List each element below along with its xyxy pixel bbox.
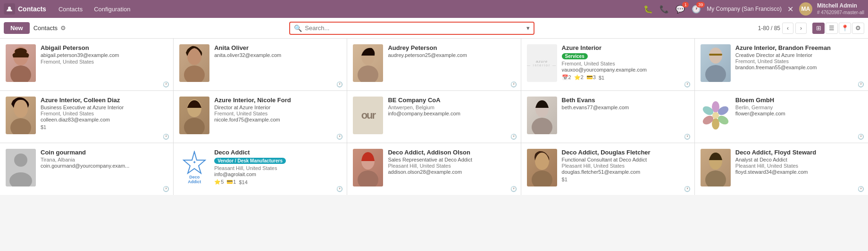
nav-contacts[interactable]: Contacts: [54, 4, 87, 15]
clock-icon[interactable]: 🕐: [684, 134, 691, 140]
card-info: BE Company CoA Antwerpen, Belgium info@c…: [388, 97, 515, 137]
card-actions: 🕐: [163, 186, 169, 192]
gear-icon[interactable]: ⚙: [60, 24, 66, 32]
brand[interactable]: Contacts: [4, 3, 46, 15]
clock-icon[interactable]: 🕐: [510, 186, 517, 192]
company-name[interactable]: My Company (San Francisco): [707, 6, 782, 12]
list-view-button[interactable]: ☰: [826, 23, 838, 34]
svg-point-6: [358, 65, 378, 82]
card-avatar: [353, 44, 383, 82]
contact-card[interactable]: our BE Company CoA Antwerpen, Belgium in…: [347, 91, 520, 143]
kanban-view-button[interactable]: ⊞: [812, 23, 825, 34]
contact-card[interactable]: Anita Oliver anita.oliver32@example.com …: [174, 39, 347, 90]
svg-point-11: [10, 118, 31, 134]
contact-subtitle: Analyst at Deco Addict: [735, 157, 862, 162]
card-avatar: [701, 97, 731, 134]
card-avatar: [179, 97, 209, 134]
chat-badge: 1: [682, 2, 689, 8]
close-icon[interactable]: ✕: [786, 4, 794, 15]
clock-icon[interactable]: 🕐: [336, 81, 343, 88]
contact-card[interactable]: ✦ DecoAddict Deco Addict Vendor / Desk M…: [174, 143, 347, 195]
card-info: Bloem GmbH Berlin, Germany flower@exampl…: [735, 97, 862, 137]
contact-card[interactable]: Abigail Peterson abigail.peterson39@exam…: [0, 39, 173, 90]
card-info: Audrey Peterson audrey.peterson25@exampl…: [388, 44, 515, 85]
card-info: Azure Interior Services Fremont, United …: [562, 44, 689, 85]
pagination: 1-80 / 85 ‹ › ⊞ ☰ 📍 ⚙: [758, 23, 864, 34]
clock-icon[interactable]: 🕐: [858, 186, 864, 192]
card-meta: $1: [562, 177, 689, 182]
clock-icon[interactable]: 🕐: [858, 134, 864, 140]
navbar: Contacts Contacts Configuration 🐛 📞 💬1 🕐…: [0, 0, 868, 18]
card-info: Coin gourmand Tirana, Albania coin.gourm…: [41, 149, 167, 189]
username: Mitchell Admin: [817, 2, 864, 10]
contact-card[interactable]: Azure Interior, Colleen Diaz Business Ex…: [0, 91, 173, 143]
search-input[interactable]: [305, 24, 524, 32]
clock-icon[interactable]: 🕐: [163, 186, 169, 192]
clock-icon[interactable]: 🕐: [163, 81, 169, 88]
user-id: # 47620987-master-all: [817, 9, 864, 16]
map-view-button[interactable]: 📍: [839, 23, 851, 34]
amount: $1: [562, 177, 568, 182]
rating: ⭐5: [214, 179, 224, 185]
card-info: Azure Interior, Nicole Ford Director at …: [214, 97, 341, 137]
invoices: 💳3: [586, 74, 596, 81]
contact-card[interactable]: Deco Addict, Douglas Fletcher Functional…: [521, 143, 694, 195]
chat-icon[interactable]: 💬1: [675, 4, 686, 15]
nav-configuration[interactable]: Configuration: [89, 4, 135, 15]
card-info: Azure Interior, Colleen Diaz Business Ex…: [41, 97, 167, 137]
card-actions: 🕐: [163, 81, 169, 88]
pagination-text: 1-80 / 85: [758, 25, 780, 32]
contact-card[interactable]: Deco Addict, Addison Olson Sales Represe…: [347, 143, 520, 195]
svg-point-33: [705, 170, 726, 186]
contact-card[interactable]: Azure Interior, Brandon Freeman Creative…: [695, 39, 868, 90]
user-info: Mitchell Admin # 47620987-master-all: [817, 2, 864, 16]
contact-location: Pleasant Hill, United States: [735, 163, 862, 169]
contact-card[interactable]: Azure Interior, Nicole Ford Director at …: [174, 91, 347, 143]
clock-icon[interactable]: 🕐: [163, 134, 169, 140]
card-meta: $1: [41, 124, 167, 130]
card-avatar: [701, 149, 731, 186]
debug-icon[interactable]: 🐛: [643, 4, 654, 15]
card-actions: 🕐: [336, 186, 343, 192]
prev-page-button[interactable]: ‹: [782, 23, 793, 34]
activity-badge: 39: [696, 2, 705, 8]
clock-icon[interactable]: 🕐: [336, 186, 343, 192]
contact-card[interactable]: azure — interior — Azure Interior Servic…: [521, 39, 694, 90]
settings-view-button[interactable]: ⚙: [852, 23, 864, 34]
contact-email: anita.oliver32@example.com: [214, 52, 341, 58]
svg-point-13: [184, 118, 205, 134]
view-toggles: ⊞ ☰ 📍 ⚙: [812, 23, 864, 34]
contact-name: Deco Addict: [214, 149, 341, 156]
search-dropdown-icon[interactable]: ▾: [526, 24, 530, 32]
contact-card[interactable]: Beth Evans beth.evans77@example.com 🕐: [521, 91, 694, 143]
phone-icon[interactable]: 📞: [659, 4, 670, 15]
next-page-button[interactable]: ›: [795, 23, 807, 34]
clock-icon[interactable]: 🕐: [858, 81, 864, 88]
card-info: Abigail Peterson abigail.peterson39@exam…: [41, 44, 167, 85]
contact-card[interactable]: Bloem GmbH Berlin, Germany flower@exampl…: [695, 91, 868, 143]
card-info: Deco Addict, Addison Olson Sales Represe…: [388, 149, 515, 189]
clock-icon[interactable]: 🕐: [510, 81, 517, 88]
card-actions: 🕐: [684, 134, 691, 140]
contact-email: floyd.steward34@example.com: [735, 169, 862, 175]
rating: ⭐2: [574, 74, 584, 81]
clock-icon[interactable]: 🕐: [336, 134, 343, 140]
clock-icon[interactable]: 🕐: [510, 134, 517, 140]
activity-icon[interactable]: 🕐39: [691, 4, 702, 15]
clock-icon[interactable]: 🕐: [684, 81, 691, 88]
contact-card[interactable]: Deco Addict, Floyd Steward Analyst at De…: [695, 143, 868, 195]
card-avatar: [6, 44, 36, 82]
clock-icon[interactable]: 🕐: [684, 186, 691, 192]
contact-location: Fremont, United States: [562, 61, 689, 66]
avatar[interactable]: MA: [799, 2, 812, 16]
card-actions: 🕐: [163, 134, 169, 140]
amount: $1: [41, 124, 46, 130]
nav-menu: Contacts Configuration: [54, 4, 135, 15]
contact-location: Berlin, Germany: [735, 105, 862, 110]
contact-email: audrey.peterson25@example.com: [388, 52, 515, 58]
search-icon: 🔍: [294, 24, 302, 32]
contact-card[interactable]: Audrey Peterson audrey.peterson25@exampl…: [347, 39, 520, 90]
contact-email: colleen.diaz83@example.com: [41, 117, 167, 122]
contact-card[interactable]: Coin gourmand Tirana, Albania coin.gourm…: [0, 143, 173, 195]
new-button[interactable]: New: [4, 22, 30, 34]
